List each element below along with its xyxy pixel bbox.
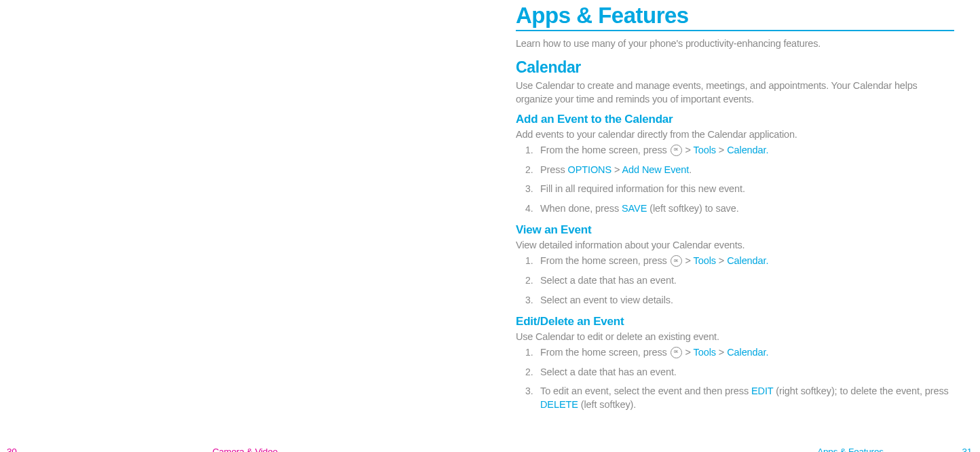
list-item: 3. Fill in all required information for … bbox=[531, 183, 954, 196]
step-text: > bbox=[683, 145, 694, 155]
heading-add-event: Add an Event to the Calendar bbox=[516, 113, 954, 126]
step-number: 2. bbox=[525, 164, 533, 176]
page-number-right: 31 bbox=[962, 447, 972, 452]
step-text: > bbox=[683, 255, 694, 266]
right-page: Apps & Features Learn how to use many of… bbox=[490, 0, 980, 452]
list-item: 1. From the home screen, press > Tools >… bbox=[531, 346, 954, 360]
step-text: From the home screen, press bbox=[540, 347, 670, 358]
keyword-options: OPTIONS bbox=[568, 164, 612, 175]
keyword-calendar: Calendar. bbox=[727, 255, 768, 266]
step-number: 3. bbox=[525, 385, 533, 398]
view-event-desc: View detailed information about your Cal… bbox=[516, 240, 954, 250]
keyword-edit: EDIT bbox=[751, 385, 773, 396]
section-label-left: Camera & Video bbox=[212, 447, 278, 452]
keyword-save: SAVE bbox=[622, 203, 647, 214]
step-number: 1. bbox=[525, 144, 533, 157]
list-item: 2. Select a date that has an event. bbox=[531, 366, 954, 379]
step-text: Press bbox=[540, 164, 568, 175]
step-text: (left softkey). bbox=[578, 399, 636, 410]
step-text: (right softkey); to delete the event, pr… bbox=[773, 385, 948, 396]
step-number: 1. bbox=[525, 346, 533, 359]
step-text: When done, press bbox=[540, 203, 622, 214]
heading-edit-event: Edit/Delete an Event bbox=[516, 315, 954, 328]
step-text: Select a date that has an event. bbox=[540, 366, 677, 377]
step-text: Select an event to view details. bbox=[540, 295, 673, 305]
step-text: Fill in all required information for thi… bbox=[540, 183, 745, 194]
list-item: 3. To edit an event, select the event an… bbox=[531, 385, 954, 411]
edit-event-desc: Use Calendar to edit or delete an existi… bbox=[516, 331, 954, 342]
edit-event-steps: 1. From the home screen, press > Tools >… bbox=[516, 346, 954, 411]
ok-icon bbox=[671, 347, 682, 358]
step-number: 2. bbox=[525, 274, 533, 287]
step-number: 2. bbox=[525, 366, 533, 379]
page-intro: Learn how to use many of your phone's pr… bbox=[516, 38, 954, 49]
left-page bbox=[0, 0, 490, 452]
step-text: > bbox=[716, 347, 727, 358]
step-text: > bbox=[683, 347, 694, 358]
keyword-add-new-event: Add New Event bbox=[622, 164, 690, 175]
list-item: 2. Press OPTIONS > Add New Event. bbox=[531, 164, 954, 177]
step-text: > bbox=[716, 145, 727, 155]
list-item: 3. Select an event to view details. bbox=[531, 294, 954, 307]
step-text: Select a date that has an event. bbox=[540, 275, 677, 286]
step-text: (left softkey) to save. bbox=[647, 203, 738, 214]
list-item: 1. From the home screen, press > Tools >… bbox=[531, 255, 954, 268]
keyword-tools: Tools bbox=[694, 347, 716, 358]
page-number-left: 30 bbox=[7, 447, 17, 452]
calendar-desc: Use Calendar to create and manage events… bbox=[516, 79, 954, 106]
keyword-calendar: Calendar. bbox=[727, 145, 768, 155]
step-number: 3. bbox=[525, 294, 533, 307]
list-item: 4. When done, press SAVE (left softkey) … bbox=[531, 202, 954, 216]
keyword-delete: DELETE bbox=[540, 399, 578, 410]
ok-icon bbox=[671, 145, 682, 156]
add-event-desc: Add events to your calendar directly fro… bbox=[516, 129, 954, 140]
ok-icon bbox=[671, 255, 682, 267]
step-number: 3. bbox=[525, 183, 533, 195]
add-event-steps: 1. From the home screen, press > Tools >… bbox=[516, 144, 954, 215]
section-label-right: Apps & Features bbox=[817, 447, 884, 452]
heading-calendar: Calendar bbox=[516, 58, 954, 77]
heading-view-event: View an Event bbox=[516, 223, 954, 237]
step-text: From the home screen, press bbox=[540, 255, 670, 266]
list-item: 2. Select a date that has an event. bbox=[531, 274, 954, 288]
step-text: From the home screen, press bbox=[540, 145, 670, 155]
step-number: 4. bbox=[525, 202, 533, 215]
view-event-steps: 1. From the home screen, press > Tools >… bbox=[516, 255, 954, 307]
keyword-calendar: Calendar. bbox=[727, 347, 768, 358]
step-text: To edit an event, select the event and t… bbox=[540, 385, 751, 396]
keyword-tools: Tools bbox=[694, 255, 716, 266]
list-item: 1. From the home screen, press > Tools >… bbox=[531, 144, 954, 157]
step-text: > bbox=[611, 164, 622, 175]
step-number: 1. bbox=[525, 255, 533, 267]
step-text: > bbox=[716, 255, 727, 266]
step-text: . bbox=[689, 164, 692, 175]
page-title: Apps & Features bbox=[516, 3, 954, 31]
keyword-tools: Tools bbox=[694, 145, 716, 155]
